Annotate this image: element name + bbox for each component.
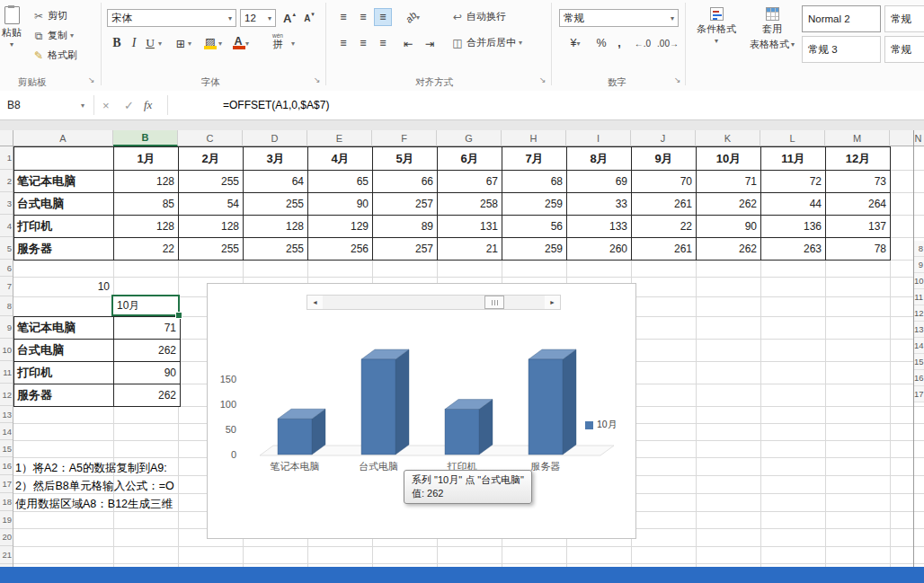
cell-month-header[interactable]: 9月 <box>632 147 697 171</box>
cell-B8-selected[interactable]: 10月 <box>111 295 180 316</box>
align-center-button[interactable]: ≡ <box>354 34 372 52</box>
column-header-F[interactable]: F <box>372 130 437 146</box>
chart-object[interactable]: ◄ ► 050100150笔记本电脑台式电脑打印机服务器 10月 系列 "10月… <box>207 283 636 539</box>
cell-data-value[interactable]: 137 <box>826 216 891 238</box>
cell-data-value[interactable]: 262 <box>697 238 761 261</box>
cell-summary-name[interactable]: 打印机 <box>14 362 114 384</box>
split-row-header-17[interactable]: 17 <box>914 386 924 402</box>
chevron-down-icon[interactable]: ▾ <box>158 40 162 48</box>
cell-data-value[interactable]: 22 <box>632 216 697 238</box>
bar-side-服务器[interactable] <box>563 349 576 455</box>
cell-data-value[interactable]: 67 <box>438 171 502 193</box>
column-header-L[interactable]: L <box>760 130 825 146</box>
font-color-button[interactable]: A <box>230 32 246 50</box>
cell-month-header[interactable]: 7月 <box>502 147 567 171</box>
cancel-button[interactable]: × <box>102 91 110 119</box>
chart-legend[interactable]: 10月 <box>585 419 617 431</box>
cell-data-value[interactable]: 73 <box>826 171 891 193</box>
row-header-15[interactable]: 15 <box>0 440 13 457</box>
column-header-D[interactable]: D <box>243 130 307 146</box>
chart-scrollbar[interactable]: ◄ ► <box>307 295 561 310</box>
cell-A1[interactable] <box>14 147 114 171</box>
bar-服务器[interactable] <box>529 359 563 455</box>
chevron-down-icon[interactable]: ▾ <box>245 40 249 48</box>
formula-input[interactable]: =OFFSET(A1,0,$A$7) <box>223 91 329 119</box>
row-header-6[interactable]: 6 <box>0 260 13 277</box>
select-all-corner[interactable] <box>0 130 13 146</box>
increase-decimal-button[interactable]: ←.0 <box>631 34 654 52</box>
conditional-formatting-button[interactable]: 条件格式 ▾ <box>690 4 742 71</box>
cell-product-name[interactable]: 打印机 <box>14 216 114 238</box>
chevron-down-icon[interactable]: ▾ <box>218 40 222 48</box>
cell-data-value[interactable]: 257 <box>373 238 438 261</box>
align-top-button[interactable]: ≡ <box>334 8 352 26</box>
style-gallery-item[interactable]: Normal 2 <box>802 5 881 32</box>
cell-summary-name[interactable]: 台式电脑 <box>14 340 114 362</box>
cell-data-value[interactable]: 262 <box>697 193 761 216</box>
cell-data-value[interactable]: 255 <box>244 193 308 216</box>
row-header-22[interactable]: 22 <box>0 564 13 568</box>
fill-color-button[interactable]: ▨ <box>201 32 219 50</box>
bar-side-台式电脑[interactable] <box>395 349 409 455</box>
column-header-C[interactable]: C <box>178 130 243 146</box>
cell-A7[interactable]: 10 <box>13 277 113 296</box>
paste-button[interactable]: 粘贴 ▾ <box>0 4 31 70</box>
row-header-2[interactable]: 2 <box>0 170 13 192</box>
cell-product-name[interactable]: 服务器 <box>14 238 114 261</box>
note-line[interactable]: 2）然后B8单元格输入公式：=O <box>15 477 174 495</box>
merge-center-button[interactable]: ◫ 合并后居中 ▾ <box>451 34 522 51</box>
dialog-launcher-icon[interactable]: ↘ <box>88 75 95 84</box>
cell-data-value[interactable]: 56 <box>502 216 567 238</box>
row-header-20[interactable]: 20 <box>0 529 13 547</box>
cell-data-value[interactable]: 65 <box>308 171 373 193</box>
name-box-dropdown[interactable]: ▾ <box>76 91 90 119</box>
cell-month-header[interactable]: 1月 <box>114 147 179 171</box>
percent-style-button[interactable]: % <box>593 34 609 52</box>
wrap-text-button[interactable]: ↩ 自动换行 <box>451 8 506 25</box>
split-row-header-14[interactable]: 14 <box>914 338 924 354</box>
row-header-13[interactable]: 13 <box>0 406 13 423</box>
cell-month-header[interactable]: 4月 <box>308 147 373 171</box>
column-header-J[interactable]: J <box>631 130 696 146</box>
cell-data-value[interactable]: 133 <box>567 216 632 238</box>
cell-data-value[interactable]: 69 <box>567 171 632 193</box>
scrollbar-track[interactable] <box>323 296 545 309</box>
cell-month-header[interactable]: 10月 <box>697 147 761 171</box>
cell-data-value[interactable]: 128 <box>244 216 308 238</box>
align-bottom-button[interactable]: ≡ <box>374 8 392 26</box>
row-header-19[interactable]: 19 <box>0 511 13 529</box>
style-gallery-item[interactable]: 常规 <box>884 36 924 63</box>
cell-data-value[interactable]: 68 <box>502 171 567 193</box>
align-left-button[interactable]: ≡ <box>334 34 352 52</box>
cell-data-value[interactable]: 72 <box>761 171 826 193</box>
bar-台式电脑[interactable] <box>361 359 395 455</box>
format-as-table-button[interactable]: 套用 表格格式 ▾ <box>746 4 798 71</box>
row-header-17[interactable]: 17 <box>0 475 13 493</box>
font-size-select[interactable]: 12 ▾ <box>240 9 276 27</box>
cell-data-value[interactable]: 255 <box>244 238 308 261</box>
column-header-B[interactable]: B <box>113 130 178 146</box>
cell-summary-name[interactable]: 服务器 <box>14 384 114 407</box>
cell-data-value[interactable]: 261 <box>632 238 697 261</box>
cell-data-value[interactable]: 78 <box>826 238 891 261</box>
row-header-3[interactable]: 3 <box>0 192 13 215</box>
column-header-I[interactable]: I <box>566 130 631 146</box>
note-line[interactable]: 1）将A2：A5的数据复制到A9: <box>15 459 167 477</box>
cell-summary-name[interactable]: 笔记本电脑 <box>14 317 114 340</box>
row-header-5[interactable]: 5 <box>0 237 13 260</box>
split-row-header-15[interactable]: 15 <box>914 354 924 370</box>
style-gallery-item[interactable]: 常规 <box>884 5 924 32</box>
cell-data-value[interactable]: 131 <box>438 216 502 238</box>
column-header-N[interactable]: N <box>890 130 924 146</box>
cell-data-value[interactable]: 85 <box>114 193 179 216</box>
cell-month-header[interactable]: 8月 <box>567 147 632 171</box>
enter-button[interactable]: ✓ <box>124 91 134 119</box>
column-header-K[interactable]: K <box>696 130 760 146</box>
cell-data-value[interactable]: 258 <box>438 193 502 216</box>
column-header-H[interactable]: H <box>502 130 566 146</box>
row-header-16[interactable]: 16 <box>0 457 13 475</box>
cell-month-header[interactable]: 6月 <box>438 147 502 171</box>
cell-month-header[interactable]: 12月 <box>826 147 891 171</box>
cell-data-value[interactable]: 128 <box>179 216 244 238</box>
comma-style-button[interactable]: , <box>611 34 627 52</box>
